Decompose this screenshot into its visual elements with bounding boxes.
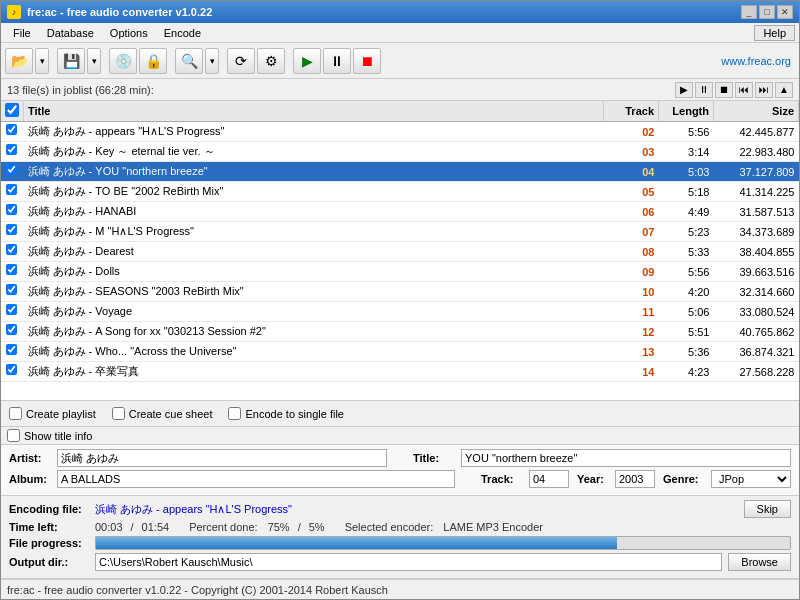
pb-prev[interactable]: ⏮	[735, 82, 753, 98]
menu-options[interactable]: Options	[102, 25, 156, 41]
percent-done-label: Percent done:	[189, 521, 258, 533]
row-checkbox[interactable]	[6, 244, 17, 255]
row-track: 05	[604, 182, 659, 202]
row-title: 浜崎 あゆみ - M "H∧L'S Progress"	[24, 222, 604, 242]
row-size: 41.314.225	[714, 182, 799, 202]
freac-website-link[interactable]: www.freac.org	[721, 55, 791, 67]
header-length: Length	[659, 101, 714, 122]
row-checkbox[interactable]	[6, 324, 17, 335]
row-track: 10	[604, 282, 659, 302]
row-checkbox-cell	[1, 302, 21, 317]
show-title-checkbox[interactable]	[7, 429, 20, 442]
row-length: 5:36	[659, 342, 714, 362]
row-title: 浜崎 あゆみ - A Song for xx "030213 Session #…	[24, 322, 604, 342]
encoding-section: Encoding file: 浜崎 あゆみ - appears "H∧L'S P…	[1, 496, 799, 579]
create-playlist-label: Create playlist	[26, 408, 96, 420]
table-row[interactable]: 浜崎 あゆみ - Who... "Across the Universe" 13…	[1, 342, 799, 362]
refresh-button[interactable]: ⟳	[227, 48, 255, 74]
lock-button[interactable]: 🔒	[139, 48, 167, 74]
header-checkbox[interactable]	[5, 103, 19, 117]
pause-button[interactable]: ⏸	[323, 48, 351, 74]
row-track: 13	[604, 342, 659, 362]
settings-button[interactable]: ⚙	[257, 48, 285, 74]
row-checkbox[interactable]	[6, 164, 17, 175]
search-button[interactable]: 🔍	[175, 48, 203, 74]
row-checkbox-cell	[1, 342, 21, 357]
create-playlist-checkbox[interactable]	[9, 407, 22, 420]
menu-database[interactable]: Database	[39, 25, 102, 41]
table-row[interactable]: 浜崎 あゆみ - Key ～ eternal tie ver. ～ 03 3:1…	[1, 142, 799, 162]
title-bar-left: ♪ fre:ac - free audio converter v1.0.22	[7, 5, 212, 19]
table-row[interactable]: 浜崎 あゆみ - Dearest 08 5:33 38.404.855	[1, 242, 799, 262]
encoding-file-label: Encoding file:	[9, 503, 89, 515]
minimize-button[interactable]: _	[741, 5, 757, 19]
encoding-file-value: 浜崎 あゆみ - appears "H∧L'S Progress"	[95, 502, 292, 517]
pb-stop[interactable]: ⏹	[715, 82, 733, 98]
table-row[interactable]: 浜崎 あゆみ - A Song for xx "030213 Session #…	[1, 322, 799, 342]
save-button[interactable]: 💾	[57, 48, 85, 74]
row-checkbox-cell	[1, 122, 21, 137]
menu-file[interactable]: File	[5, 25, 39, 41]
row-checkbox[interactable]	[6, 124, 17, 135]
pb-pause[interactable]: ⏸	[695, 82, 713, 98]
close-button[interactable]: ✕	[777, 5, 793, 19]
album-field[interactable]	[57, 470, 455, 488]
table-row[interactable]: 浜崎 あゆみ - HANABI 06 4:49 31.587.513	[1, 202, 799, 222]
row-checkbox[interactable]	[6, 284, 17, 295]
main-window: ♪ fre:ac - free audio converter v1.0.22 …	[0, 0, 800, 600]
encoder-value: LAME MP3 Encoder	[443, 521, 543, 533]
create-playlist-option: Create playlist	[9, 407, 96, 420]
row-checkbox[interactable]	[6, 184, 17, 195]
header-title: Title	[24, 101, 604, 122]
genre-select[interactable]: JPop	[711, 470, 791, 488]
row-checkbox[interactable]	[6, 364, 17, 375]
table-row[interactable]: 浜崎 あゆみ - 卒業写真 14 4:23 27.568.228	[1, 362, 799, 382]
search-dropdown[interactable]: ▾	[205, 48, 219, 74]
row-checkbox[interactable]	[6, 204, 17, 215]
maximize-button[interactable]: □	[759, 5, 775, 19]
play-button[interactable]: ▶	[293, 48, 321, 74]
pb-play[interactable]: ▶	[675, 82, 693, 98]
title-field[interactable]	[461, 449, 791, 467]
table-row[interactable]: 浜崎 あゆみ - SEASONS "2003 ReBirth Mix" 10 4…	[1, 282, 799, 302]
menu-encode[interactable]: Encode	[156, 25, 209, 41]
row-checkbox[interactable]	[6, 264, 17, 275]
row-checkbox[interactable]	[6, 304, 17, 315]
create-cue-sheet-checkbox[interactable]	[112, 407, 125, 420]
percent-value: 75%	[268, 521, 290, 533]
playback-controls: ▶ ⏸ ⏹ ⏮ ⏭ ▲	[675, 82, 793, 98]
open-dropdown[interactable]: ▾	[35, 48, 49, 74]
open-button[interactable]: 📂	[5, 48, 33, 74]
table-row[interactable]: 浜崎 あゆみ - appears "H∧L'S Progress" 02 5:5…	[1, 122, 799, 142]
pb-eject[interactable]: ▲	[775, 82, 793, 98]
track-field[interactable]	[529, 470, 569, 488]
year-field[interactable]	[615, 470, 655, 488]
table-row[interactable]: 浜崎 あゆみ - YOU "northern breeze" 04 5:03 3…	[1, 162, 799, 182]
file-progress-bar	[95, 536, 791, 550]
table-row[interactable]: 浜崎 あゆみ - M "H∧L'S Progress" 07 5:23 34.3…	[1, 222, 799, 242]
help-button[interactable]: Help	[754, 25, 795, 41]
pb-next[interactable]: ⏭	[755, 82, 773, 98]
row-checkbox[interactable]	[6, 344, 17, 355]
header-size: Size	[714, 101, 799, 122]
year-label: Year:	[577, 473, 607, 485]
table-row[interactable]: 浜崎 あゆみ - Voyage 11 5:06 33.080.524	[1, 302, 799, 322]
row-checkbox-cell	[1, 142, 21, 157]
genre-label: Genre:	[663, 473, 703, 485]
row-track: 07	[604, 222, 659, 242]
cdrom-button[interactable]: 💿	[109, 48, 137, 74]
table-row[interactable]: 浜崎 あゆみ - Dolls 09 5:56 39.663.516	[1, 262, 799, 282]
encode-single-checkbox[interactable]	[228, 407, 241, 420]
output-dir-field[interactable]	[95, 553, 722, 571]
row-length: 4:20	[659, 282, 714, 302]
row-length: 3:14	[659, 142, 714, 162]
row-checkbox[interactable]	[6, 224, 17, 235]
row-checkbox[interactable]	[6, 144, 17, 155]
browse-button[interactable]: Browse	[728, 553, 791, 571]
save-dropdown[interactable]: ▾	[87, 48, 101, 74]
table-row[interactable]: 浜崎 あゆみ - TO BE "2002 ReBirth Mix" 05 5:1…	[1, 182, 799, 202]
stop-button[interactable]: ⏹	[353, 48, 381, 74]
skip-button[interactable]: Skip	[744, 500, 791, 518]
artist-field[interactable]	[57, 449, 387, 467]
create-cue-sheet-option: Create cue sheet	[112, 407, 213, 420]
